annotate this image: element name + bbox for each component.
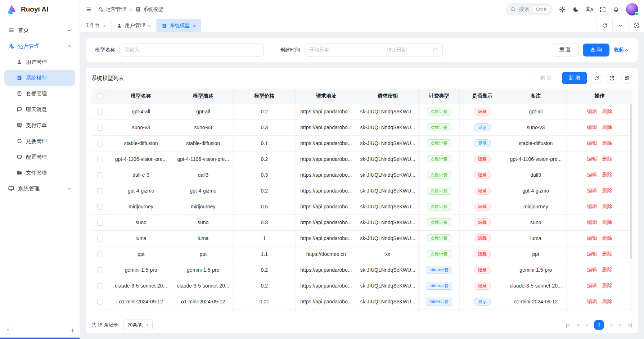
delete-link[interactable]: 删除 (602, 187, 612, 193)
row-checkbox[interactable] (97, 283, 103, 289)
visibility-toggle-badge[interactable]: 隐藏 (474, 282, 491, 290)
tab-workbench[interactable]: 工作台× (80, 19, 112, 32)
settings-gear-icon[interactable] (559, 6, 566, 13)
row-checkbox[interactable] (97, 220, 103, 226)
delete-link[interactable]: 删除 (602, 219, 612, 225)
row-checkbox[interactable] (97, 252, 103, 257)
visibility-toggle-badge[interactable]: 隐藏 (474, 187, 491, 195)
delete-link[interactable]: 删除 (602, 108, 612, 114)
sidebar-group-system[interactable]: 系统管理 (4, 181, 75, 196)
sidebar-item-model[interactable]: 系统模型 (4, 70, 75, 86)
edit-link[interactable]: 编辑 (587, 140, 597, 146)
pin-icon[interactable] (70, 328, 75, 333)
app-logo[interactable]: Ruoyi AI (0, 0, 80, 19)
visibility-toggle-badge[interactable]: 隐藏 (474, 155, 491, 163)
row-checkbox[interactable] (97, 125, 103, 131)
scrollbar-thumb[interactable] (630, 104, 632, 259)
user-avatar[interactable] (626, 3, 638, 15)
add-button[interactable]: 新 增 (562, 72, 587, 84)
create-time-range-input[interactable]: 开始日期 → 结束日期 (305, 44, 443, 56)
page-size-select[interactable]: 20条/页 ▾ (123, 320, 153, 330)
sidebar-item-package[interactable]: 套餐管理 (4, 86, 75, 101)
delete-link[interactable]: 删除 (602, 267, 612, 272)
row-checkbox[interactable] (97, 204, 103, 210)
sidebar-item-config[interactable]: 配置管理 (4, 149, 75, 165)
sidebar-item-chat[interactable]: 聊天消息 (4, 101, 75, 117)
visibility-toggle-badge[interactable]: 显示 (474, 139, 491, 147)
delete-link[interactable]: 删除 (602, 298, 612, 304)
edit-link[interactable]: 编辑 (587, 251, 597, 257)
tab-system-model[interactable]: 系统模型× (157, 19, 202, 32)
edit-link[interactable]: 编辑 (587, 124, 597, 130)
visibility-toggle-badge[interactable]: 隐藏 (474, 203, 491, 211)
tab-close-icon[interactable]: × (103, 23, 106, 28)
refresh-icon[interactable] (591, 72, 602, 84)
pagination-last-button[interactable]: »| (628, 322, 632, 328)
sidebar-collapse-button[interactable]: « (4, 325, 13, 334)
delete-link[interactable]: 删除 (602, 172, 612, 177)
select-all-checkbox[interactable] (97, 93, 103, 99)
row-checkbox[interactable] (97, 109, 103, 115)
breadcrumb-item-operation[interactable]: 运营管理 (98, 6, 126, 13)
query-button[interactable]: 查 询 (583, 44, 609, 56)
visibility-toggle-badge[interactable]: 隐藏 (474, 250, 491, 258)
pagination-fast-prev-button[interactable]: « (577, 322, 580, 328)
table-scrollbar[interactable] (630, 104, 632, 314)
delete-link[interactable]: 删除 (602, 203, 612, 209)
collapse-filter-link[interactable]: 收起 (614, 47, 629, 53)
sidebar-item-payment[interactable]: 支付订单 (4, 117, 75, 133)
row-checkbox[interactable] (97, 299, 103, 305)
edit-link[interactable]: 编辑 (587, 187, 597, 193)
delete-link[interactable]: 删除 (602, 235, 612, 241)
delete-link[interactable]: 删除 (602, 124, 612, 130)
delete-link[interactable]: 删除 (602, 251, 612, 257)
content-fullscreen-icon[interactable] (628, 19, 644, 32)
sidebar-group-operation[interactable]: 运营管理 (4, 38, 75, 54)
row-checkbox[interactable] (97, 141, 103, 146)
row-checkbox[interactable] (97, 172, 103, 178)
tab-user-management[interactable]: 用户管理× (112, 19, 157, 32)
notification-bell-icon[interactable] (613, 6, 620, 13)
visibility-toggle-badge[interactable]: 显示 (474, 298, 491, 306)
tab-refresh-icon[interactable] (596, 19, 612, 32)
row-checkbox[interactable] (97, 236, 103, 241)
batch-delete-button[interactable]: 删 除 (533, 72, 558, 84)
reset-button[interactable]: 重 置 (552, 44, 578, 56)
edit-link[interactable]: 编辑 (587, 172, 597, 177)
pagination-first-button[interactable]: |« (566, 322, 570, 328)
dark-mode-moon-icon[interactable] (572, 6, 579, 13)
delete-link[interactable]: 删除 (602, 140, 612, 146)
edit-link[interactable]: 编辑 (587, 219, 597, 225)
row-checkbox[interactable] (97, 267, 103, 273)
pagination-current-page[interactable]: 1 (594, 320, 604, 330)
delete-link[interactable]: 删除 (602, 282, 612, 288)
visibility-toggle-badge[interactable]: 隐藏 (474, 108, 491, 116)
visibility-toggle-badge[interactable]: 隐藏 (474, 171, 491, 179)
tab-chevron-down-icon[interactable] (612, 19, 628, 32)
visibility-toggle-badge[interactable]: 显示 (474, 123, 491, 131)
fullscreen-icon[interactable] (599, 6, 606, 13)
tab-close-icon[interactable]: × (193, 23, 196, 28)
column-settings-icon[interactable] (621, 72, 632, 84)
visibility-toggle-badge[interactable]: 隐藏 (474, 266, 491, 274)
row-checkbox[interactable] (97, 188, 103, 194)
edit-link[interactable]: 编辑 (587, 298, 597, 304)
edit-link[interactable]: 编辑 (587, 108, 597, 114)
search-input[interactable]: 搜索 Ctrl K (505, 3, 553, 15)
edit-link[interactable]: 编辑 (587, 203, 597, 209)
pagination-next-button[interactable]: › (610, 322, 612, 328)
edit-link[interactable]: 编辑 (587, 235, 597, 241)
sidebar-toggle-icon[interactable] (86, 6, 92, 13)
row-checkbox[interactable] (97, 157, 103, 162)
pagination-prev-button[interactable]: ‹ (586, 322, 588, 328)
breadcrumb-item-model[interactable]: 系统模型 (135, 6, 163, 13)
pagination-fast-next-button[interactable]: » (618, 322, 621, 328)
edit-link[interactable]: 编辑 (587, 267, 597, 272)
sidebar-group-home[interactable]: 首页 (4, 22, 75, 38)
edit-link[interactable]: 编辑 (587, 156, 597, 162)
model-name-input[interactable]: 请输入 (120, 44, 264, 56)
expand-icon[interactable] (606, 72, 617, 84)
sidebar-item-user[interactable]: 用户管理 (4, 54, 75, 70)
sidebar-item-exchange[interactable]: 兑换管理 (4, 133, 75, 149)
tab-close-icon[interactable]: × (148, 23, 151, 28)
